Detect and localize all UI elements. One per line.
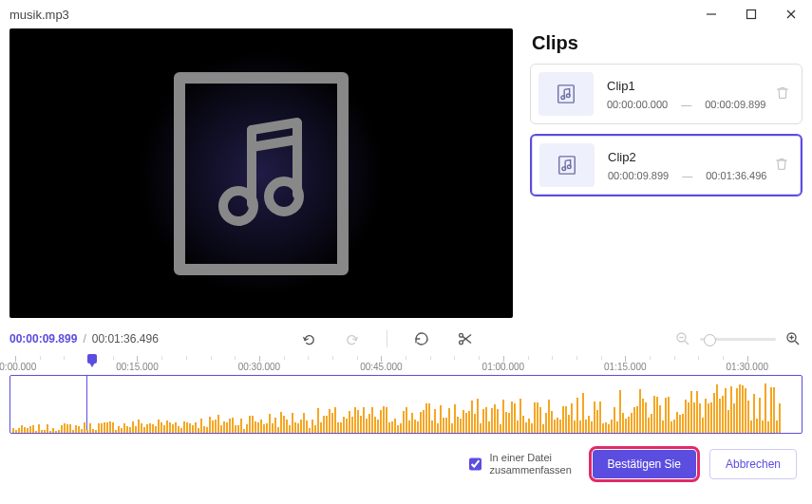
edit-controls	[102, 329, 673, 348]
trash-icon	[774, 157, 789, 172]
svg-point-12	[567, 165, 571, 169]
merge-checkbox[interactable]	[469, 457, 482, 471]
clip-card[interactable]: Clip2 00:00:09.899 — 00:01:36.496	[530, 134, 803, 196]
reset-button[interactable]	[412, 329, 431, 348]
svg-point-8	[561, 96, 565, 100]
redo-button[interactable]	[343, 329, 362, 348]
merge-label-text: In einer Datei zusammenfassen	[490, 452, 579, 476]
music-note-icon	[214, 117, 309, 231]
clip-delete-button[interactable]	[774, 157, 789, 175]
waveform-track[interactable]	[9, 375, 803, 434]
zoom-in-icon	[784, 330, 802, 347]
main-area: Clips Clip1 00:00:00.000 — 00:00:09.899	[0, 28, 812, 318]
merge-checkbox-label[interactable]: In einer Datei zusammenfassen	[465, 452, 579, 476]
clip-end: 00:00:09.899	[705, 99, 765, 110]
clip-name: Clip1	[607, 79, 775, 93]
svg-line-23	[795, 341, 799, 345]
ruler-label: 00:00.000	[0, 362, 36, 372]
clip-start: 00:00:00.000	[607, 99, 668, 110]
playhead[interactable]	[85, 354, 99, 367]
svg-rect-1	[747, 10, 756, 19]
clip-time-separator: —	[682, 170, 692, 181]
music-file-icon	[557, 155, 577, 176]
zoom-out-icon	[674, 330, 691, 347]
title-bar: musik.mp3	[0, 0, 812, 28]
svg-point-9	[566, 94, 570, 98]
clip-end: 00:01:36.496	[706, 170, 766, 181]
clip-thumbnail	[539, 143, 595, 187]
minimize-button[interactable]	[700, 3, 723, 26]
redo-icon	[344, 330, 361, 347]
clip-start: 00:00:09.899	[608, 170, 669, 181]
minimize-icon	[706, 9, 717, 20]
svg-point-13	[460, 333, 463, 337]
clip-delete-button[interactable]	[775, 85, 790, 103]
svg-point-4	[223, 191, 254, 221]
svg-line-6	[252, 140, 297, 147]
undo-button[interactable]	[299, 329, 318, 348]
window-controls	[700, 3, 803, 26]
window-title: musik.mp3	[9, 8, 700, 22]
clips-panel: Clips Clip1 00:00:00.000 — 00:00:09.899	[530, 28, 803, 318]
refresh-icon	[413, 330, 430, 347]
ruler-label: 01:30.000	[727, 362, 769, 372]
ruler-label: 00:30.000	[238, 362, 281, 372]
close-button[interactable]	[780, 3, 803, 26]
media-preview	[9, 28, 513, 318]
zoom-controls	[673, 329, 803, 348]
time-separator: /	[83, 332, 85, 345]
svg-point-5	[269, 181, 299, 212]
music-file-icon	[556, 84, 576, 104]
zoom-slider-thumb[interactable]	[704, 334, 716, 346]
clip-info: Clip1 00:00:00.000 — 00:00:09.899	[607, 79, 775, 110]
scissors-icon	[457, 330, 474, 347]
ruler-label: 01:00.000	[482, 362, 525, 372]
ruler-label: 00:15.000	[116, 362, 159, 372]
clip-info: Clip2 00:00:09.899 — 00:01:36.496	[608, 150, 774, 181]
clip-thumbnail	[538, 72, 594, 116]
controls-row: 00:00:09.899 / 00:01:36.496	[0, 318, 812, 352]
svg-point-11	[562, 167, 566, 171]
svg-rect-7	[558, 85, 575, 103]
timeline-ruler[interactable]: 00:00.00000:15.00000:30.00000:45.00001:0…	[9, 356, 803, 375]
control-divider	[387, 330, 387, 347]
current-time: 00:00:09.899	[9, 332, 77, 345]
clip-times: 00:00:00.000 — 00:00:09.899	[607, 99, 775, 110]
ruler-label: 00:45.000	[360, 362, 403, 372]
confirm-button[interactable]: Bestätigen Sie	[593, 450, 696, 478]
waveform	[10, 376, 802, 433]
clip-times: 00:00:09.899 — 00:01:36.496	[608, 170, 774, 181]
cancel-button[interactable]: Abbrechen	[709, 449, 797, 479]
clips-heading: Clips	[532, 32, 803, 54]
maximize-icon	[746, 9, 757, 20]
zoom-slider[interactable]	[700, 338, 776, 341]
trash-icon	[775, 85, 790, 101]
svg-rect-10	[559, 157, 576, 174]
svg-line-19	[685, 341, 689, 345]
clip-card[interactable]: Clip1 00:00:00.000 — 00:00:09.899	[530, 64, 803, 124]
music-frame	[174, 72, 349, 275]
zoom-out-button[interactable]	[673, 329, 692, 348]
clip-time-separator: —	[681, 99, 691, 110]
svg-point-14	[460, 341, 463, 345]
zoom-in-button[interactable]	[784, 329, 803, 348]
close-icon	[785, 9, 797, 20]
ruler-label: 01:15.000	[604, 362, 647, 372]
undo-icon	[300, 330, 317, 347]
footer: In einer Datei zusammenfassen Bestätigen…	[0, 434, 812, 487]
maximize-button[interactable]	[740, 3, 763, 26]
cut-button[interactable]	[456, 329, 475, 348]
clip-name: Clip2	[608, 150, 774, 164]
